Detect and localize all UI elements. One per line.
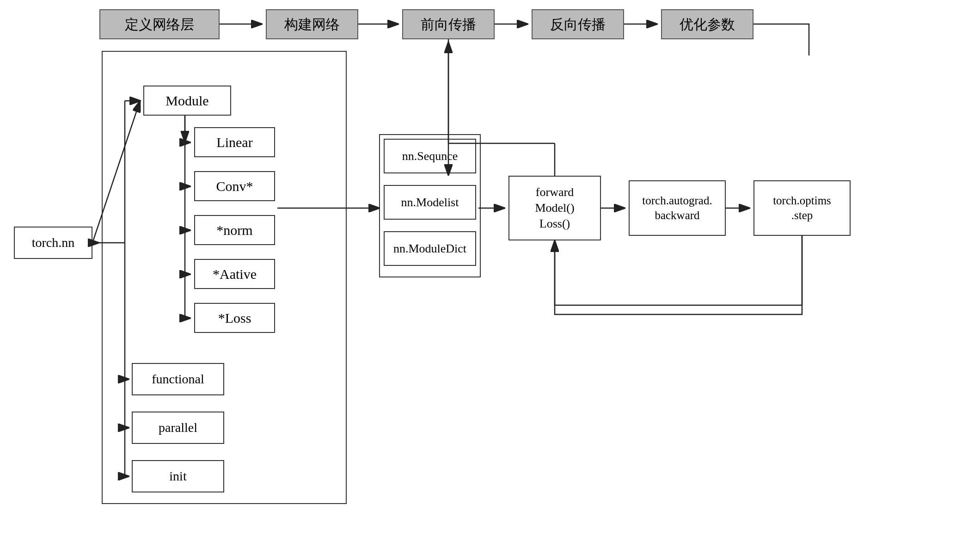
linear-label: Linear (216, 133, 252, 151)
functional-label: functional (152, 371, 204, 387)
nn-list-label: nn.Modelist (401, 195, 459, 210)
step3-label: 前向传播 (421, 15, 476, 33)
nn-list-box: nn.Modelist (384, 185, 476, 220)
optims-box: torch.optims .step (753, 180, 851, 236)
functional-box: functional (132, 363, 224, 395)
step5-box: 优化参数 (661, 9, 753, 39)
nn-dict-box: nn.ModuleDict (384, 231, 476, 266)
forward-box: forward Model() Loss() (508, 176, 601, 240)
norm-label: *norm (216, 221, 252, 239)
loss-label: *Loss (218, 309, 251, 327)
torch-nn-box: torch.nn (14, 227, 92, 259)
step1-label: 定义网络层 (125, 15, 194, 33)
nn-seq-label: nn.Sequnce (402, 148, 458, 164)
aative-box: *Aative (194, 259, 275, 289)
autograd-label: torch.autograd. backward (642, 193, 712, 223)
step5-label: 优化参数 (680, 15, 735, 33)
module-label: Module (165, 92, 208, 110)
step2-label: 构建网络 (284, 15, 340, 33)
conv-box: Conv* (194, 171, 275, 201)
init-label: init (169, 468, 186, 485)
parallel-label: parallel (159, 419, 197, 436)
torch-nn-label: torch.nn (32, 234, 75, 251)
optims-label: torch.optims .step (773, 193, 831, 223)
conv-label: Conv* (216, 177, 253, 195)
linear-box: Linear (194, 127, 275, 157)
step1-box: 定义网络层 (99, 9, 220, 39)
step3-box: 前向传播 (402, 9, 495, 39)
step4-box: 反向传播 (532, 9, 624, 39)
module-box: Module (143, 86, 231, 116)
nn-dict-label: nn.ModuleDict (393, 241, 466, 257)
aative-label: *Aative (213, 265, 257, 283)
autograd-box: torch.autograd. backward (629, 180, 726, 236)
forward-label: forward Model() Loss() (535, 184, 574, 231)
loss-box: *Loss (194, 303, 275, 333)
norm-box: *norm (194, 215, 275, 245)
init-box: init (132, 460, 224, 492)
step4-label: 反向传播 (550, 15, 606, 33)
nn-seq-box: nn.Sequnce (384, 139, 476, 173)
step2-box: 构建网络 (266, 9, 358, 39)
parallel-box: parallel (132, 412, 224, 444)
